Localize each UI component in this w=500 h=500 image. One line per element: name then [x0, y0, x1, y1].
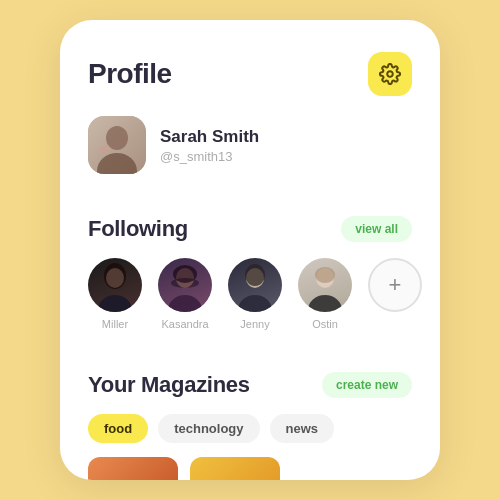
avatar-miller [88, 258, 142, 312]
profile-header: Profile [88, 52, 412, 96]
svg-point-12 [238, 295, 272, 312]
svg-point-1 [106, 126, 128, 150]
avatar-ostin [298, 258, 352, 312]
magazine-thumbnails [88, 457, 412, 480]
avatar [88, 116, 146, 174]
magazine-thumb-tech[interactable] [190, 457, 280, 480]
magazine-thumb-food[interactable] [88, 457, 178, 480]
following-name: Miller [102, 318, 128, 330]
person-svg [298, 258, 352, 312]
svg-point-5 [98, 295, 132, 312]
avatar-svg [88, 116, 146, 174]
tag-food[interactable]: food [88, 414, 148, 443]
following-name: Ostin [312, 318, 338, 330]
settings-button[interactable] [368, 52, 412, 96]
svg-point-2 [97, 153, 137, 174]
svg-point-10 [171, 278, 199, 288]
svg-point-0 [387, 71, 393, 77]
magazines-section: Your Magazines create new food technolog… [88, 372, 412, 480]
following-name: Kasandra [161, 318, 208, 330]
create-new-button[interactable]: create new [322, 372, 412, 398]
following-item[interactable]: Miller [88, 258, 142, 330]
following-name: Jenny [240, 318, 269, 330]
following-list: Miller Kasandra Jenny [88, 258, 412, 330]
following-item[interactable]: Kasandra [158, 258, 212, 330]
avatar-kasandra [158, 258, 212, 312]
add-following-item[interactable]: + [368, 258, 422, 312]
person-svg [158, 258, 212, 312]
person-svg [228, 258, 282, 312]
svg-point-8 [168, 295, 202, 312]
svg-point-13 [245, 264, 265, 286]
tags-row: food technology news [88, 414, 412, 443]
person-svg [88, 258, 142, 312]
tag-technology[interactable]: technology [158, 414, 259, 443]
avatar-image [88, 116, 146, 174]
following-item[interactable]: Jenny [228, 258, 282, 330]
following-item[interactable]: Ostin [298, 258, 352, 330]
magazines-title: Your Magazines [88, 372, 250, 398]
phone-card: Profile Sarah Smith @s_smith13 Fo [60, 20, 440, 480]
view-all-button[interactable]: view all [341, 216, 412, 242]
avatar-jenny [228, 258, 282, 312]
add-following-button[interactable]: + [368, 258, 422, 312]
gear-icon [379, 63, 401, 85]
user-info: Sarah Smith @s_smith13 [88, 116, 412, 174]
tag-news[interactable]: news [270, 414, 335, 443]
following-header: Following view all [88, 216, 412, 242]
magazines-header: Your Magazines create new [88, 372, 412, 398]
page-title: Profile [88, 58, 172, 90]
user-text-block: Sarah Smith @s_smith13 [160, 127, 259, 164]
following-title: Following [88, 216, 188, 242]
svg-point-16 [315, 267, 335, 283]
user-handle: @s_smith13 [160, 149, 259, 164]
svg-point-15 [308, 295, 342, 312]
svg-point-6 [104, 263, 126, 289]
user-name: Sarah Smith [160, 127, 259, 147]
